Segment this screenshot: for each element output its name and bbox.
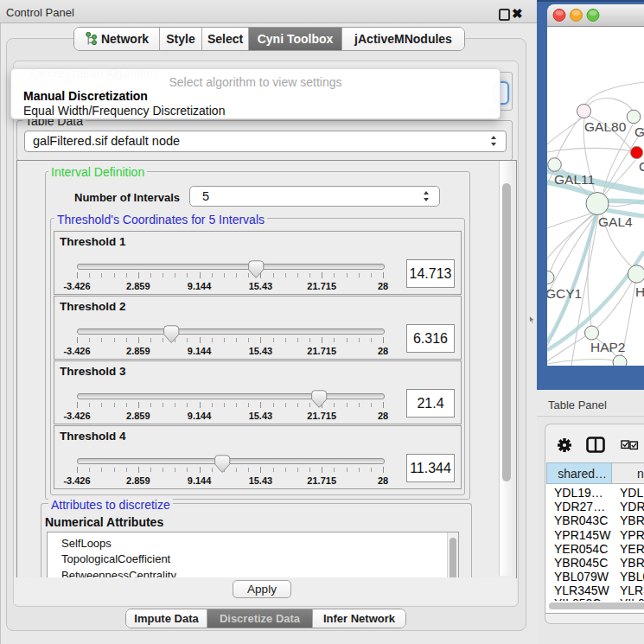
svg-text:HIS: HIS (635, 284, 644, 299)
svg-text:HAP2: HAP2 (590, 340, 626, 354)
svg-text:GAL11: GAL11 (554, 172, 595, 187)
svg-text:GAL80: GAL80 (584, 119, 627, 134)
svg-text:GCY1: GCY1 (547, 286, 582, 301)
svg-text:GAL: GAL (634, 124, 644, 139)
svg-text:GAL4: GAL4 (598, 214, 633, 229)
svg-text:CDC: CDC (639, 159, 644, 174)
